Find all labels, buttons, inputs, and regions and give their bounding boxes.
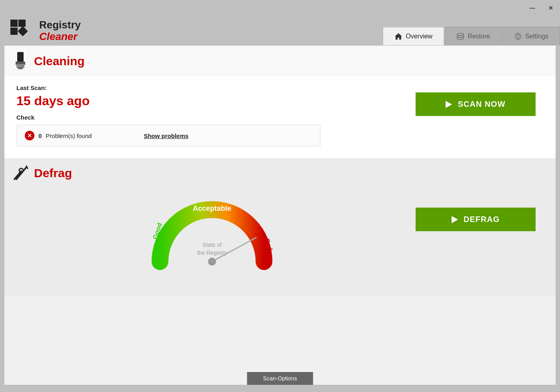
window-controls: — ✕ (523, 2, 560, 14)
cleaning-header: Cleaning (4, 46, 556, 76)
database-icon (456, 32, 464, 40)
gauge-svg: Good Bad Acceptable State of the Registr… (136, 192, 288, 280)
tabs-area: Overview Restore Settings (382, 16, 560, 45)
svg-rect-3 (18, 26, 28, 36)
defrag-title: Defrag (34, 166, 72, 180)
scan-now-label: SCAN NOW (458, 100, 505, 109)
defrag-body: Good Bad Acceptable State of the Registr… (4, 188, 556, 296)
scan-now-button[interactable]: SCAN NOW (416, 92, 536, 116)
svg-rect-0 (10, 20, 18, 27)
cleaning-section: Cleaning Last Scan: 15 days ago Check ✕ … (4, 46, 556, 159)
defrag-button[interactable]: DEFRAG (416, 208, 536, 231)
svg-rect-19 (18, 67, 23, 69)
defrag-label: DEFRAG (464, 215, 500, 224)
gear-icon (514, 32, 522, 40)
error-icon: ✕ (25, 131, 34, 140)
state-label-line1: State of (202, 242, 222, 248)
cleaning-body: Last Scan: 15 days ago Check ✕ 0 Problem… (4, 76, 556, 158)
last-scan-label: Last Scan: (16, 84, 408, 91)
acceptable-label: Acceptable (193, 204, 231, 212)
play-icon (446, 101, 452, 108)
scan-options-bar[interactable]: Scan-Options (247, 372, 313, 385)
cleaning-left: Last Scan: 15 days ago Check ✕ 0 Problem… (16, 84, 408, 146)
svg-rect-1 (18, 20, 26, 27)
gauge-area: Good Bad Acceptable State of the Registr… (16, 192, 408, 284)
header: Registry Cleaner Overview Restore (0, 16, 560, 45)
problems-found-text: Problem(s) found (46, 132, 92, 139)
problems-count: 0 (38, 132, 42, 139)
problems-box: ✕ 0 Problem(s) found Show problems (16, 125, 320, 146)
state-label-line2: the Registry (197, 250, 227, 256)
minimize-button[interactable]: — (523, 2, 542, 14)
cleaning-right: SCAN NOW (408, 84, 544, 116)
tools-icon (12, 165, 28, 181)
svg-marker-4 (395, 33, 402, 40)
tab-settings[interactable]: Settings (502, 27, 560, 45)
logo-text: Registry Cleaner (39, 19, 81, 42)
scan-options-label: Scan-Options (263, 375, 297, 382)
gauge-pivot (208, 258, 216, 266)
svg-point-13 (517, 35, 520, 38)
check-label: Check (16, 114, 408, 121)
logo-icon (10, 20, 34, 42)
logo-area: Registry Cleaner (4, 16, 132, 45)
home-icon (394, 32, 402, 40)
tab-restore[interactable]: Restore (445, 27, 502, 45)
last-scan-value: 15 days ago (16, 94, 408, 108)
title-bar: — ✕ (0, 0, 560, 16)
brush-icon (12, 52, 28, 70)
defrag-play-icon (452, 216, 458, 223)
main-content: Cleaning Last Scan: 15 days ago Check ✕ … (4, 45, 556, 385)
svg-rect-16 (17, 52, 24, 62)
defrag-right: DEFRAG (408, 192, 544, 231)
tab-overview[interactable]: Overview (383, 27, 444, 45)
defrag-header: Defrag (4, 159, 556, 188)
close-button[interactable]: ✕ (542, 2, 560, 14)
show-problems-link[interactable]: Show problems (144, 132, 188, 139)
svg-rect-2 (10, 28, 18, 35)
gauge-container: Good Bad Acceptable State of the Registr… (136, 192, 288, 280)
cleaning-title: Cleaning (34, 54, 85, 68)
defrag-section: Defrag (4, 159, 556, 296)
